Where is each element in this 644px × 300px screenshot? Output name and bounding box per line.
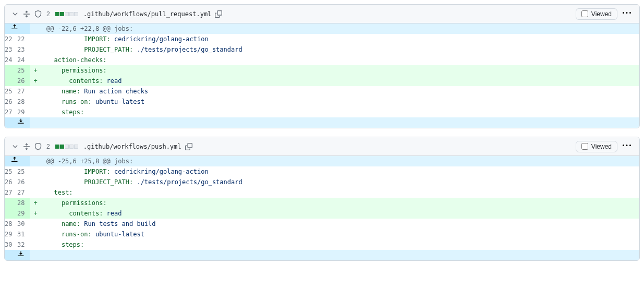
expand-up-icon	[11, 23, 18, 31]
code-content: action-checks:	[41, 55, 639, 65]
expand-up-icon	[11, 156, 18, 163]
new-line-number[interactable]: 27	[17, 86, 30, 97]
diff-table: @@ -22,6 +22,8 @@ jobs:2222 IMPORT: cedr…	[5, 23, 639, 128]
change-count: 2	[46, 10, 50, 18]
line-marker: +	[30, 76, 41, 86]
new-line-number[interactable]: 31	[17, 229, 30, 239]
expand-down-button[interactable]	[5, 250, 30, 260]
code-content: contents: read	[41, 208, 639, 219]
viewed-label: Viewed	[591, 10, 612, 18]
new-line-number[interactable]: 32	[17, 239, 30, 250]
chevron-down-icon[interactable]	[11, 142, 19, 151]
old-line-number[interactable]: 23	[5, 44, 17, 55]
code-content: PROJECT_PATH: ./tests/projects/go_standa…	[41, 177, 639, 187]
old-line-number[interactable]	[5, 208, 17, 219]
new-line-number[interactable]: 28	[17, 198, 30, 208]
viewed-checkbox[interactable]	[581, 10, 588, 17]
old-line-number[interactable]: 30	[5, 239, 17, 250]
line-marker	[30, 107, 41, 117]
old-line-number[interactable]	[5, 65, 17, 76]
old-line-number[interactable]	[5, 76, 17, 86]
diff-line: 2424 action-checks:	[5, 55, 639, 65]
copy-icon[interactable]	[214, 10, 223, 18]
old-line-number[interactable]: 25	[5, 86, 17, 97]
line-marker	[30, 239, 41, 250]
unfold-icon[interactable]	[22, 142, 31, 151]
old-line-number[interactable]: 26	[5, 177, 17, 187]
code-content: IMPORT: cedrickring/golang-action	[41, 166, 639, 177]
new-line-number[interactable]: 27	[17, 187, 30, 198]
code-content: contents: read	[41, 76, 639, 86]
hunk-header-row: @@ -25,6 +25,8 @@ jobs:	[5, 156, 639, 166]
expand-down-button[interactable]	[5, 117, 30, 128]
expand-up-button[interactable]	[5, 23, 30, 34]
shield-icon[interactable]	[34, 10, 42, 18]
new-line-number[interactable]: 25	[17, 166, 30, 177]
line-marker	[30, 166, 41, 177]
expand-down-icon	[17, 117, 25, 125]
diff-line: 2525 IMPORT: cedrickring/golang-action	[5, 166, 639, 177]
expand-down-row	[5, 117, 639, 128]
line-marker	[30, 86, 41, 97]
file-path[interactable]: .github/workflows/push.yml	[83, 143, 181, 150]
new-line-number[interactable]: 28	[17, 97, 30, 107]
diff-line: 2323 PROJECT_PATH: ./tests/projects/go_s…	[5, 44, 639, 55]
new-line-number[interactable]: 30	[17, 219, 30, 229]
code-content: test:	[41, 187, 639, 198]
line-marker	[30, 229, 41, 239]
kebab-menu-icon[interactable]	[621, 8, 633, 20]
new-line-number[interactable]: 23	[17, 44, 30, 55]
new-line-number[interactable]: 26	[17, 76, 30, 86]
diff-line: 2931 runs-on: ubuntu-latest	[5, 229, 639, 239]
kebab-menu-icon[interactable]	[621, 140, 633, 152]
file-path[interactable]: .github/workflows/pull_request.yml	[83, 10, 212, 18]
unfold-icon[interactable]	[22, 10, 31, 18]
diff-line: 3032 steps:	[5, 239, 639, 250]
line-marker: +	[30, 65, 41, 76]
line-marker	[30, 44, 41, 55]
line-marker: +	[30, 198, 41, 208]
file-diff-block: 2.github/workflows/push.ymlViewed@@ -25,…	[4, 137, 640, 261]
viewed-toggle[interactable]: Viewed	[576, 141, 617, 152]
shield-icon[interactable]	[34, 142, 42, 151]
old-line-number[interactable]: 25	[5, 166, 17, 177]
diff-line: 2729 steps:	[5, 107, 639, 117]
chevron-down-icon[interactable]	[11, 10, 19, 18]
new-line-number[interactable]: 29	[17, 107, 30, 117]
hunk-header-text: @@ -25,6 +25,8 @@ jobs:	[41, 156, 639, 166]
old-line-number[interactable]: 24	[5, 55, 17, 65]
expand-up-button[interactable]	[5, 156, 30, 166]
new-line-number[interactable]: 26	[17, 177, 30, 187]
old-line-number[interactable]	[5, 198, 17, 208]
diff-line: 2727 test:	[5, 187, 639, 198]
copy-icon[interactable]	[185, 142, 193, 151]
diff-line: 2527 name: Run action checks	[5, 86, 639, 97]
new-line-number[interactable]: 24	[17, 55, 30, 65]
hunk-header-row: @@ -22,6 +22,8 @@ jobs:	[5, 23, 639, 34]
line-marker	[30, 219, 41, 229]
hunk-header-text: @@ -22,6 +22,8 @@ jobs:	[41, 23, 639, 34]
old-line-number[interactable]: 27	[5, 187, 17, 198]
old-line-number[interactable]: 29	[5, 229, 17, 239]
old-line-number[interactable]: 26	[5, 97, 17, 107]
new-line-number[interactable]: 22	[17, 34, 30, 44]
viewed-checkbox[interactable]	[581, 143, 588, 150]
diff-table: @@ -25,6 +25,8 @@ jobs:2525 IMPORT: cedr…	[5, 156, 639, 260]
line-marker	[30, 34, 41, 44]
file-header: 2.github/workflows/pull_request.ymlViewe…	[5, 5, 639, 23]
old-line-number[interactable]: 28	[5, 219, 17, 229]
old-line-number[interactable]: 22	[5, 34, 17, 44]
diff-stat	[55, 145, 78, 149]
new-line-number[interactable]: 25	[17, 65, 30, 76]
diff-line: 26+ contents: read	[5, 76, 639, 86]
line-marker: +	[30, 208, 41, 219]
new-line-number[interactable]: 29	[17, 208, 30, 219]
code-content: PROJECT_PATH: ./tests/projects/go_standa…	[41, 44, 639, 55]
viewed-toggle[interactable]: Viewed	[576, 8, 617, 20]
line-marker	[30, 177, 41, 187]
old-line-number[interactable]: 27	[5, 107, 17, 117]
line-marker	[30, 187, 41, 198]
diff-line: 2222 IMPORT: cedrickring/golang-action	[5, 34, 639, 44]
file-header: 2.github/workflows/push.ymlViewed	[5, 137, 639, 156]
code-content: steps:	[41, 107, 639, 117]
